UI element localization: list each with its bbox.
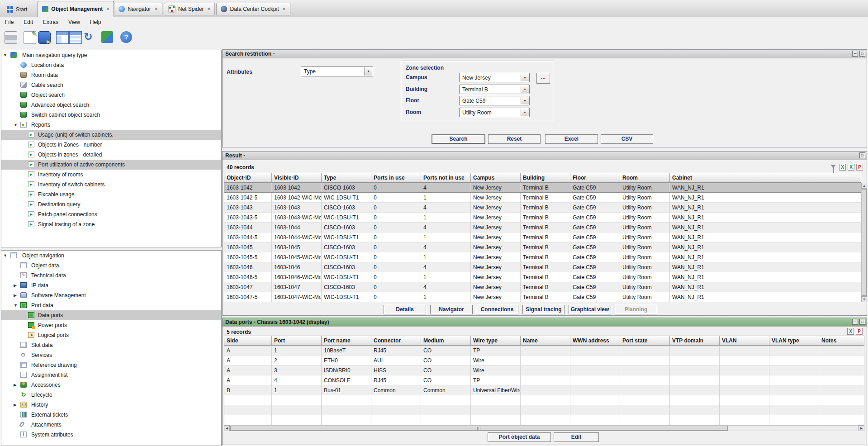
column-header-cabinet[interactable]: Cabinet xyxy=(670,173,861,183)
nav-item-fixcable-usage[interactable]: Fixcable usage xyxy=(1,190,221,199)
details-button[interactable]: Details xyxy=(384,305,426,314)
nav-item-switch-cabinet-object-search[interactable]: Switch cabinet object search xyxy=(1,110,221,120)
edit-document-icon[interactable] xyxy=(24,31,36,44)
maximize-button[interactable]: □ xyxy=(859,152,865,158)
expand-arrow-icon[interactable]: ▶ xyxy=(14,280,17,290)
obj-item-port-data[interactable]: ▼Port data xyxy=(1,300,221,310)
obj-item-attachments[interactable]: Attachments xyxy=(1,420,221,430)
table-row[interactable]: 1603-1045-51603-1045-WIC-ModuWIC-1DSU-T1… xyxy=(224,252,861,262)
maximize-button[interactable]: □ xyxy=(859,51,865,57)
table-row[interactable]: 1603-1042-51603-1042-WIC-ModuWIC-1DSU-T1… xyxy=(224,193,861,203)
obj-item-data-ports[interactable]: Data ports xyxy=(1,310,221,320)
table-row[interactable] xyxy=(224,415,864,425)
obj-item-lifecycle[interactable]: Lifecycle xyxy=(1,390,221,400)
obj-item-assignment-list[interactable]: Assignment list xyxy=(1,370,221,380)
table-row[interactable]: 1603-10431603-1043CISCO-160304New Jersey… xyxy=(224,203,861,213)
nav-item-destination-query[interactable]: Destination query xyxy=(1,199,221,209)
excel-icon[interactable] xyxy=(848,164,854,171)
table-row[interactable]: 1603-10461603-1046CISCO-160304New Jersey… xyxy=(224,262,861,272)
pdf-icon[interactable] xyxy=(856,328,863,335)
nav-item-signal-tracing-of-a-zone[interactable]: Signal tracing of a zone xyxy=(1,219,221,229)
excel-button[interactable]: Excel xyxy=(545,134,598,144)
table-row[interactable]: A4CONSOLERJ45COTP xyxy=(224,375,864,385)
column-header-object-id[interactable]: Object-ID xyxy=(224,173,272,183)
nav-item-inventory-of-switch-cabinets[interactable]: Inventory of switch cabinets xyxy=(1,180,221,190)
scrollbar-thumb[interactable] xyxy=(230,426,728,431)
objects-icon[interactable] xyxy=(101,31,113,43)
tab-object-management[interactable]: Object Management× xyxy=(38,1,114,17)
obj-item-power-ports[interactable]: Power ports xyxy=(1,320,221,330)
collapse-arrow-icon[interactable]: ▼ xyxy=(14,300,18,310)
nav-item-port-utilization-of-active-components[interactable]: Port utilization of active components xyxy=(1,160,221,170)
combo-dropdown-arrow-icon[interactable]: ▼ xyxy=(364,67,372,76)
run-icon[interactable] xyxy=(38,31,51,44)
scroll-right-icon[interactable]: ▶ xyxy=(859,425,864,431)
obj-item-software-management[interactable]: ▶Software Management xyxy=(1,290,221,300)
menu-edit[interactable]: Edit xyxy=(19,17,38,28)
minimize-button[interactable]: ─ xyxy=(852,319,858,325)
excel-icon[interactable] xyxy=(839,164,846,171)
expand-arrow-icon[interactable]: ▶ xyxy=(14,380,17,390)
table-row[interactable]: A2ETH0AUICOWire xyxy=(224,356,864,365)
nav-item-object-search[interactable]: Object search xyxy=(1,90,221,100)
nav-item-advanced-object-search[interactable]: Advanced object search xyxy=(1,100,221,110)
nav-item-inventory-of-rooms[interactable]: Inventory of rooms xyxy=(1,170,221,180)
nav-item-objects-in-zones-detailed[interactable]: Objects in zones - detailed - xyxy=(1,150,221,160)
column-header-ports-not-in-use[interactable]: Ports not in use xyxy=(421,173,471,183)
table-row[interactable]: B1Bus-01CommonCommonUniversal Fiber/Wire… xyxy=(224,385,864,395)
column-header-port-state[interactable]: Port state xyxy=(620,336,670,346)
menu-extras[interactable]: Extras xyxy=(38,17,63,28)
edit-button[interactable]: Edit xyxy=(554,432,599,442)
table-row[interactable]: 1603-10471603-1047CISCO-160304New Jersey… xyxy=(224,282,861,292)
nav-item-objects-in-zones-number[interactable]: Objects in Zones - number - xyxy=(1,140,221,150)
tab-close-icon[interactable]: × xyxy=(207,6,210,12)
column-header-notes[interactable]: Notes xyxy=(819,336,864,346)
filter-icon[interactable] xyxy=(830,165,836,168)
tab-net-spider[interactable]: Net Spider× xyxy=(164,3,215,15)
obj-item-object-navigation[interactable]: ▼Object navigation xyxy=(1,251,221,261)
nav-item-usage-unit-of-switch-cabinets[interactable]: Usage (unit) of switch cabinets. xyxy=(1,130,221,140)
combo-dropdown-arrow-icon[interactable]: ▼ xyxy=(521,85,529,93)
print-icon[interactable] xyxy=(5,31,17,44)
reset-button[interactable]: Reset xyxy=(488,134,541,144)
nav-item-cable-search[interactable]: Cable search xyxy=(1,80,221,90)
nav-item-patch-panel-connections[interactable]: Patch panel connections xyxy=(1,209,221,219)
column-header-connector[interactable]: Connector xyxy=(371,336,421,346)
column-header-port-name[interactable]: Port name xyxy=(322,336,371,346)
column-header-vlan-type[interactable]: VLAN type xyxy=(769,336,819,346)
column-header-type[interactable]: Type xyxy=(322,173,371,183)
column-header-wire-type[interactable]: Wire type xyxy=(471,336,521,346)
zone-floor-combobox[interactable]: Gate C59▼ xyxy=(459,96,530,105)
table-row[interactable]: 1603-1043-51603-1043-WIC-ModuWIC-1DSU-T1… xyxy=(224,213,861,223)
column-header-visible-id[interactable]: Visible-ID xyxy=(272,173,322,183)
table-row[interactable]: 1603-10451603-1045CISCO-160304New Jersey… xyxy=(224,242,861,252)
nav-item-main-navigation-query-type[interactable]: ▼Main navigation query type xyxy=(1,50,221,60)
zone-campus-combobox[interactable]: New Jersey▼ xyxy=(459,73,530,82)
table-row[interactable]: 1603-1044-51603-1044-WIC-ModuWIC-1DSU-T1… xyxy=(224,232,861,242)
help-icon[interactable] xyxy=(120,31,132,43)
menu-view[interactable]: View xyxy=(63,17,85,28)
obj-item-system-attributes[interactable]: System attributes xyxy=(1,430,221,440)
table-row[interactable]: 1603-1046-51603-1046-WIC-ModuWIC-1DSU-T1… xyxy=(224,272,861,282)
layout-columns-icon[interactable] xyxy=(56,31,69,44)
obj-item-ip-data[interactable]: ▶IP data xyxy=(1,280,221,290)
table-row[interactable]: 1603-1047-51603-1047-WIC-ModuWIC-1DSU-T1… xyxy=(224,292,861,302)
menu-help[interactable]: Help xyxy=(85,17,106,28)
port-object-data-button[interactable]: Port object data xyxy=(488,432,551,442)
obj-item-technical-data[interactable]: Technical data xyxy=(1,270,221,280)
scroll-up-icon[interactable]: ▲ xyxy=(861,183,867,189)
column-header-vlan[interactable]: VLAN xyxy=(720,336,769,346)
maximize-button[interactable]: □ xyxy=(859,319,865,325)
scroll-down-icon[interactable]: ▼ xyxy=(861,296,867,302)
column-header-wwn-address[interactable]: WWN address xyxy=(570,336,620,346)
nav-item-room-data[interactable]: Room data xyxy=(1,70,221,80)
excel-icon[interactable] xyxy=(847,328,854,335)
collapse-arrow-icon[interactable]: ▼ xyxy=(14,120,18,130)
layout-rows-icon[interactable] xyxy=(69,31,82,44)
column-header-room[interactable]: Room xyxy=(620,173,670,183)
column-header-port[interactable]: Port xyxy=(272,336,322,346)
table-row[interactable] xyxy=(224,395,864,405)
column-header-name[interactable]: Name xyxy=(521,336,570,346)
tab-start[interactable]: Start xyxy=(3,4,31,15)
nav-item-location-data[interactable]: Location data xyxy=(1,60,221,70)
